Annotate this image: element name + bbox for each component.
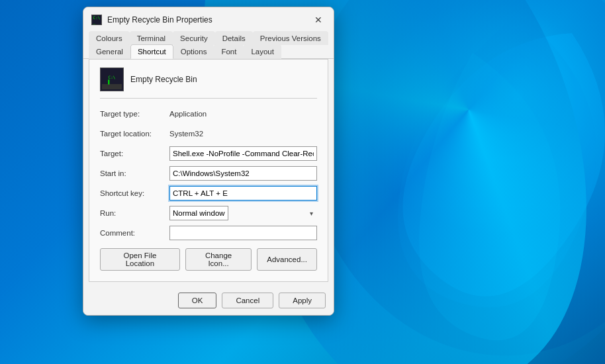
start-in-row: Start in: (100, 166, 317, 181)
tab-general[interactable]: General (89, 44, 130, 59)
target-location-row: Target location: System32 (100, 126, 317, 141)
tab-security[interactable]: Security (173, 31, 215, 45)
app-name-label: Empty Recycle Bin (130, 75, 197, 84)
target-location-label: Target location: (100, 130, 169, 138)
close-button[interactable]: ✕ (311, 13, 326, 27)
target-type-label: Target type: (100, 110, 169, 118)
title-bar: C:\_ Empty Recycle Bin Properties ✕ (83, 7, 334, 31)
app-icon: C:\▌ (100, 68, 124, 91)
tab-bar-row1: Colours Terminal Security Details Previo… (83, 31, 334, 59)
dialog-window: C:\_ Empty Recycle Bin Properties ✕ Colo… (83, 7, 334, 316)
comment-input[interactable] (169, 226, 317, 240)
target-location-value: System32 (169, 130, 203, 138)
advanced-button[interactable]: Advanced... (257, 248, 317, 271)
action-buttons: Open File Location Change Icon... Advanc… (100, 248, 317, 271)
tab-colours[interactable]: Colours (89, 31, 130, 45)
start-in-input[interactable] (169, 166, 317, 181)
target-input[interactable] (169, 146, 317, 161)
cancel-button[interactable]: Cancel (222, 293, 273, 308)
tab-terminal[interactable]: Terminal (130, 31, 173, 45)
target-type-value: Application (169, 110, 207, 118)
tab-font[interactable]: Font (214, 44, 244, 59)
tab-row-1: Colours Terminal Security Details Previo… (89, 31, 328, 44)
tab-layout[interactable]: Layout (244, 44, 281, 59)
target-type-row: Target type: Application (100, 107, 317, 121)
dialog-title: Empty Recycle Bin Properties (107, 15, 212, 24)
tab-previous-versions[interactable]: Previous Versions (253, 31, 328, 45)
target-label: Target: (100, 150, 169, 158)
title-bar-left: C:\_ Empty Recycle Bin Properties (91, 15, 212, 25)
run-row: Run: Normal window Minimized Maximized (100, 206, 317, 220)
shortcut-key-label: Shortcut key: (100, 189, 169, 197)
open-file-location-button[interactable]: Open File Location (100, 248, 180, 271)
change-icon-button[interactable]: Change Icon... (185, 248, 252, 271)
comment-label: Comment: (100, 229, 169, 237)
dialog-footer: OK Cancel Apply (83, 287, 334, 315)
tab-options[interactable]: Options (173, 44, 214, 59)
comment-row: Comment: (100, 226, 317, 240)
app-header: C:\▌ Empty Recycle Bin (100, 68, 317, 99)
run-select-wrapper: Normal window Minimized Maximized (169, 206, 317, 220)
app-title-icon: C:\_ (91, 15, 102, 25)
tab-row-2: General Shortcut Options Font Layout (89, 44, 328, 58)
start-in-label: Start in: (100, 169, 169, 177)
ok-button[interactable]: OK (178, 293, 217, 308)
tab-details[interactable]: Details (215, 31, 253, 45)
run-select[interactable]: Normal window Minimized Maximized (169, 206, 228, 220)
run-label: Run: (100, 209, 169, 217)
shortcut-key-row: Shortcut key: (100, 186, 317, 201)
target-row: Target: (100, 146, 317, 161)
apply-button[interactable]: Apply (279, 293, 326, 308)
tab-content: C:\▌ Empty Recycle Bin Target type: Appl… (89, 59, 328, 282)
shortcut-key-input[interactable] (169, 186, 317, 201)
tab-shortcut[interactable]: Shortcut (130, 44, 173, 59)
